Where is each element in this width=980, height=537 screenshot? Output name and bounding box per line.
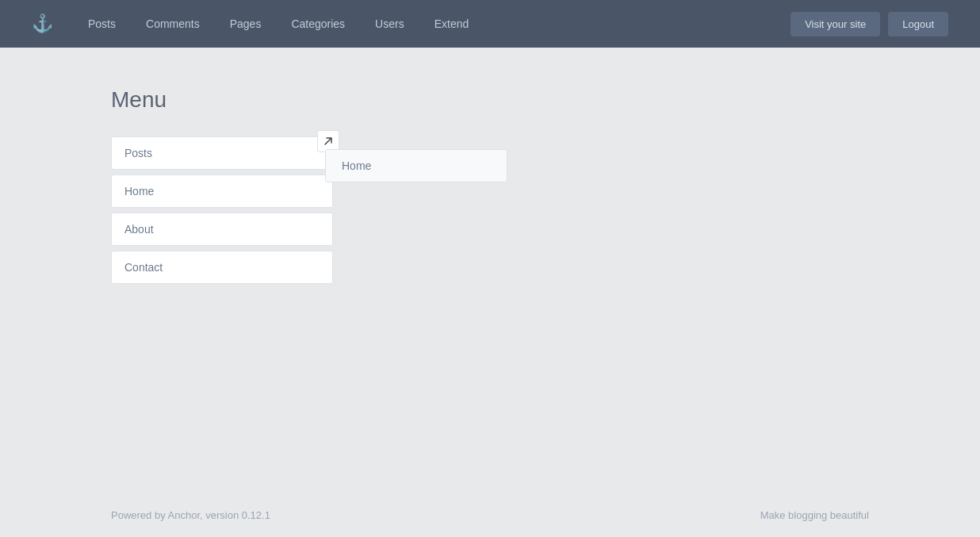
navbar-actions: Visit your site Logout: [791, 12, 948, 36]
nav-comments-link[interactable]: Comments: [135, 11, 211, 36]
logo-icon[interactable]: ⚓: [32, 13, 53, 34]
menu-item-about-box[interactable]: About: [111, 213, 333, 246]
footer-left-text: Powered by Anchor, version 0.12.1: [111, 509, 270, 521]
posts-wrapper: Posts Home: [111, 136, 333, 170]
menu-item-posts-box[interactable]: Posts: [111, 136, 333, 170]
navbar-links: Posts Comments Pages Categories Users Ex…: [77, 11, 791, 36]
menu-item-contact-box[interactable]: Contact: [111, 251, 333, 284]
nav-pages-link[interactable]: Pages: [219, 11, 273, 36]
nav-categories-link[interactable]: Categories: [280, 11, 356, 36]
visit-site-button[interactable]: Visit your site: [791, 12, 880, 36]
menu-item-posts-wrapper: Posts Home: [111, 136, 333, 170]
menu-container: Posts Home Home About Contact: [111, 136, 333, 284]
page-title: Menu: [111, 87, 869, 113]
main-content: Menu Posts Home Home About Contact: [0, 48, 980, 324]
menu-item-home-box[interactable]: Home: [111, 175, 333, 208]
navbar: ⚓ Posts Comments Pages Categories Users …: [0, 0, 980, 48]
dropdown-tooltip: Home: [325, 149, 507, 182]
nav-posts-link[interactable]: Posts: [77, 11, 127, 36]
footer: Powered by Anchor, version 0.12.1 Make b…: [0, 493, 980, 537]
nav-extend-link[interactable]: Extend: [423, 11, 480, 36]
footer-right-text: Make blogging beautiful: [760, 509, 869, 521]
dropdown-item-home[interactable]: Home: [342, 159, 371, 172]
logout-button[interactable]: Logout: [888, 12, 948, 36]
nav-users-link[interactable]: Users: [364, 11, 415, 36]
